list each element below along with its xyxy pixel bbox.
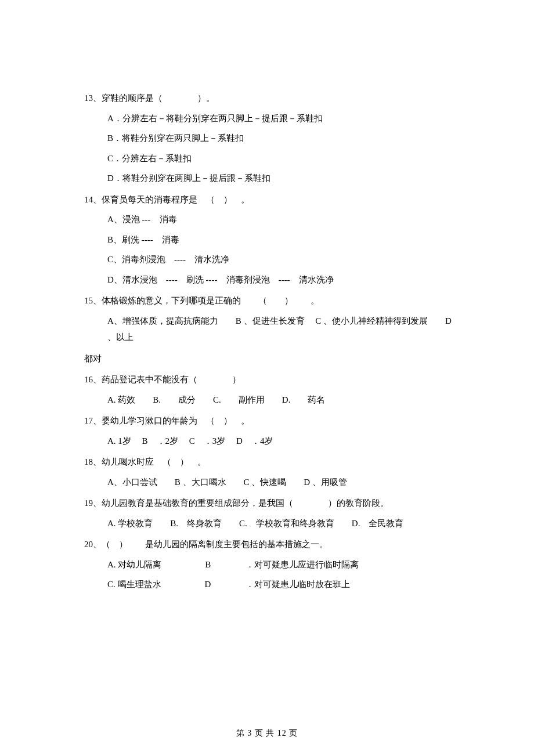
question-stem: 15、体格锻炼的意义，下列哪项是正确的 （ ） 。 xyxy=(84,292,459,309)
question-17: 17、婴幼儿学习漱口的年龄为 （ ） 。 A. 1岁 B ．2岁 C ．3岁 D… xyxy=(84,413,459,449)
option-b: B．将鞋分别穿在两只脚上－系鞋扣 xyxy=(84,130,459,147)
question-stem: 16、药品登记表中不能没有（ ） xyxy=(84,371,459,388)
question-stem: 18、幼儿喝水时应 （ ） 。 xyxy=(84,454,459,471)
options-line: A. 药效 B. 成分 C. 副作用 D. 药名 xyxy=(84,392,459,408)
question-19: 19、幼儿园教育是基础教育的重要组成部分，是我国（ ）的教育阶段。 A. 学校教… xyxy=(84,495,459,531)
option-a-b: A. 对幼儿隔离 B ．对可疑患儿应进行临时隔离 xyxy=(84,556,459,573)
option-c: C．分辨左右－系鞋扣 xyxy=(84,150,459,167)
option-a: A．分辨左右－将鞋分别穿在两只脚上－提后跟－系鞋扣 xyxy=(84,110,459,127)
option-a: A、浸泡 --- 消毒 xyxy=(84,211,459,228)
options-line: A、增强体质，提高抗病能力 B 、促进生长发育 C 、使小儿神经精神得到发展 D… xyxy=(84,313,459,346)
options-line: A. 学校教育 B. 终身教育 C. 学校教育和终身教育 D. 全民教育 xyxy=(84,515,459,532)
question-13: 13、穿鞋的顺序是（ ）。 A．分辨左右－将鞋分别穿在两只脚上－提后跟－系鞋扣 … xyxy=(84,90,459,187)
question-stem: 14、保育员每天的消毒程序是 （ ） 。 xyxy=(84,191,459,208)
options-line: A. 1岁 B ．2岁 C ．3岁 D ．4岁 xyxy=(84,433,459,450)
question-14: 14、保育员每天的消毒程序是 （ ） 。 A、浸泡 --- 消毒 B、刷洗 --… xyxy=(84,191,459,288)
option-c-d: C. 喝生理盐水 D ．对可疑患儿临时放在班上 xyxy=(84,576,459,593)
question-stem: 19、幼儿园教育是基础教育的重要组成部分，是我国（ ）的教育阶段。 xyxy=(84,495,459,512)
question-16: 16、药品登记表中不能没有（ ） A. 药效 B. 成分 C. 副作用 D. 药… xyxy=(84,371,459,408)
question-15-continuation: 都对 xyxy=(84,350,459,367)
question-18: 18、幼儿喝水时应 （ ） 。 A、小口尝试 B 、大口喝水 C 、快速喝 D … xyxy=(84,454,459,490)
question-stem: 20、（ ） 是幼儿园的隔离制度主要包括的基本措施之一。 xyxy=(84,536,459,553)
question-20: 20、（ ） 是幼儿园的隔离制度主要包括的基本措施之一。 A. 对幼儿隔离 B … xyxy=(84,536,459,593)
option-c: C、消毒剂浸泡 ---- 清水洗净 xyxy=(84,251,459,268)
option-b: B、刷洗 ---- 消毒 xyxy=(84,231,459,248)
document-page: 13、穿鞋的顺序是（ ）。 A．分辨左右－将鞋分别穿在两只脚上－提后跟－系鞋扣 … xyxy=(0,0,534,756)
options-line: A、小口尝试 B 、大口喝水 C 、快速喝 D 、用吸管 xyxy=(84,474,459,491)
question-stem: 17、婴幼儿学习漱口的年龄为 （ ） 。 xyxy=(84,413,459,429)
option-d: D、清水浸泡 ---- 刷洗 ---- 消毒剂浸泡 ---- 清水洗净 xyxy=(84,272,459,288)
option-d: D．将鞋分别穿在两脚上－提后跟－系鞋扣 xyxy=(84,170,459,187)
question-stem: 13、穿鞋的顺序是（ ）。 xyxy=(84,90,459,107)
question-15: 15、体格锻炼的意义，下列哪项是正确的 （ ） 。 A、增强体质，提高抗病能力 … xyxy=(84,292,459,346)
page-footer: 第 3 页 共 12 页 xyxy=(0,728,534,739)
